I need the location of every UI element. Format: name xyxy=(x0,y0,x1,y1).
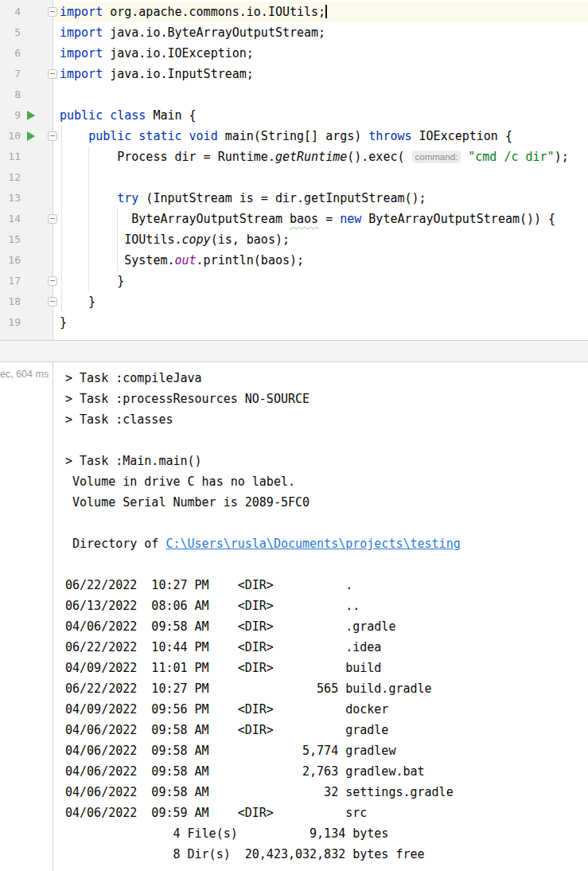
fold-icon[interactable]: − xyxy=(48,131,57,141)
console-text: 04/06/2022 09:58 AM <DIR> .gradle xyxy=(65,619,395,634)
line-number: 14 xyxy=(0,209,21,229)
console-line: 4 File(s) 9,134 bytes xyxy=(65,823,588,844)
console-line: > Task :classes xyxy=(65,409,588,430)
fold-icon[interactable]: − xyxy=(48,69,57,79)
console-line: Volume Serial Number is 2089-5FC0 xyxy=(65,492,588,513)
run-line-icon[interactable] xyxy=(27,131,35,141)
code-line: 10− public static void main(String[] arg… xyxy=(0,126,588,146)
code-text[interactable]: import java.io.InputStream; xyxy=(54,64,588,84)
console-line: 04/06/2022 09:58 AM 5,774 gradlew xyxy=(65,740,588,761)
console-text: Directory of xyxy=(65,537,165,551)
code-text[interactable]: import org.apache.commons.io.IOUtils; xyxy=(54,2,588,22)
fold-icon[interactable]: − xyxy=(48,7,57,17)
code-text[interactable]: import java.io.IOException; xyxy=(54,43,588,64)
code-token: java.io.InputStream; xyxy=(103,67,254,81)
code-text[interactable] xyxy=(54,84,588,105)
code-token: void xyxy=(189,129,218,143)
code-text[interactable]: public class Main { xyxy=(54,105,588,126)
code-text[interactable]: public static void main(String[] args) t… xyxy=(54,126,588,146)
code-token: baos xyxy=(290,212,318,226)
code-token: import xyxy=(60,25,103,40)
code-text[interactable]: } xyxy=(54,312,588,333)
console-line: 06/22/2022 10:44 PM <DIR> .idea xyxy=(65,637,588,658)
code-text[interactable]: } xyxy=(54,291,588,312)
console-text: 04/06/2022 09:58 AM 5,774 gradlew xyxy=(65,744,395,758)
code-token: class xyxy=(110,108,146,123)
code-token: .println(baos); xyxy=(197,253,304,268)
code-line: 18− } xyxy=(0,291,588,312)
fold-icon[interactable]: − xyxy=(48,214,57,224)
code-token: public xyxy=(60,108,103,123)
console-line xyxy=(65,513,588,533)
console-line: 04/09/2022 09:56 PM <DIR> docker xyxy=(65,699,588,720)
console-text: > Task :processResources NO-SOURCE xyxy=(65,392,310,406)
line-number: 9 xyxy=(0,105,21,126)
console-output[interactable]: > Task :compileJava> Task :processResour… xyxy=(53,362,588,871)
code-token: Process dir = Runtime. xyxy=(60,150,275,164)
console-line: > Task :compileJava xyxy=(65,368,588,389)
line-number: 13 xyxy=(0,188,21,209)
run-line-icon[interactable] xyxy=(27,111,35,120)
code-token: command: xyxy=(412,150,461,163)
run-panel-strip: ec, 604 ms xyxy=(0,362,53,871)
code-token: ); xyxy=(555,150,569,164)
text-caret xyxy=(325,5,327,18)
code-token: Main { xyxy=(146,108,196,123)
code-token: IOUtils. xyxy=(60,232,182,247)
code-text[interactable]: ByteArrayOutputStream baos = new ByteArr… xyxy=(54,209,588,229)
console-line: Volume in drive C has no label. xyxy=(65,471,588,492)
console-text: 04/09/2022 09:56 PM <DIR> docker xyxy=(65,702,388,717)
code-line: 6import java.io.IOException; xyxy=(0,43,588,64)
console-text: 04/06/2022 09:59 AM <DIR> src xyxy=(65,806,367,820)
code-line: 19} xyxy=(0,312,588,333)
line-number: 10 xyxy=(0,126,21,146)
line-number: 18 xyxy=(0,291,21,312)
line-number: 8 xyxy=(0,84,21,105)
code-text[interactable]: System.out.println(baos); xyxy=(54,250,588,271)
console-text: 04/06/2022 09:58 AM 32 settings.gradle xyxy=(65,785,454,799)
line-number: 7 xyxy=(0,64,21,84)
code-text[interactable]: IOUtils.copy(is, baos); xyxy=(54,229,588,250)
line-number: 12 xyxy=(0,167,21,188)
code-text[interactable]: Process dir = Runtime.getRuntime().exec(… xyxy=(54,146,588,167)
indent-guide xyxy=(117,209,118,271)
fold-icon[interactable]: − xyxy=(48,276,57,286)
code-text[interactable]: import java.io.ByteArrayOutputStream; xyxy=(54,22,588,43)
code-token: java.io.ByteArrayOutputStream; xyxy=(103,25,325,40)
console-text: 04/09/2022 11:01 PM <DIR> build xyxy=(65,661,381,675)
console-text: 06/13/2022 08:06 AM <DIR> .. xyxy=(65,599,360,613)
console-text: 04/06/2022 09:58 AM 2,763 gradlew.bat xyxy=(65,764,425,779)
console-line: 06/13/2022 08:06 AM <DIR> .. xyxy=(65,596,588,616)
console-text: > Task :Main.main() xyxy=(65,454,202,468)
code-token xyxy=(60,129,88,143)
console-line: 04/06/2022 09:58 AM <DIR> gradle xyxy=(65,720,588,740)
code-token: "cmd /c dir" xyxy=(468,150,554,164)
line-number: 17 xyxy=(0,271,21,291)
console-text: Volume Serial Number is 2089-5FC0 xyxy=(65,495,310,510)
line-number: 16 xyxy=(0,250,21,271)
code-token: (InputStream is = dir.getInputStream(); xyxy=(138,191,426,205)
console-line: 8 Dir(s) 20,423,032,832 bytes free xyxy=(65,844,588,865)
ide-window: 4−import org.apache.commons.io.IOUtils;5… xyxy=(0,0,588,871)
code-text[interactable]: try (InputStream is = dir.getInputStream… xyxy=(54,188,588,209)
code-token: copy xyxy=(182,232,211,247)
code-text[interactable] xyxy=(54,167,588,188)
console-text: 06/22/2022 10:27 PM 565 build.gradle xyxy=(65,682,432,696)
console-text: > Task :classes xyxy=(65,412,173,427)
console-line: 04/09/2022 11:01 PM <DIR> build xyxy=(65,658,588,678)
code-editor[interactable]: 4−import org.apache.commons.io.IOUtils;5… xyxy=(0,0,588,340)
code-token: import xyxy=(60,46,103,61)
code-token: new xyxy=(340,212,361,226)
code-token: org.apache.commons.io.IOUtils; xyxy=(103,5,325,19)
console-text: 06/22/2022 10:27 PM <DIR> . xyxy=(65,578,352,592)
editor-console-splitter[interactable] xyxy=(0,340,588,362)
console-line: 04/06/2022 09:58 AM <DIR> .gradle xyxy=(65,616,588,637)
fold-icon[interactable]: − xyxy=(48,297,57,307)
code-token: import xyxy=(60,67,103,81)
console-line xyxy=(65,430,588,451)
code-token: getRuntime xyxy=(275,150,347,164)
code-token: throws xyxy=(368,129,411,143)
code-token: (is, baos); xyxy=(211,232,290,247)
console-file-link[interactable]: C:\Users\rusla\Documents\projects\testin… xyxy=(165,537,460,551)
code-text[interactable]: } xyxy=(54,271,588,291)
